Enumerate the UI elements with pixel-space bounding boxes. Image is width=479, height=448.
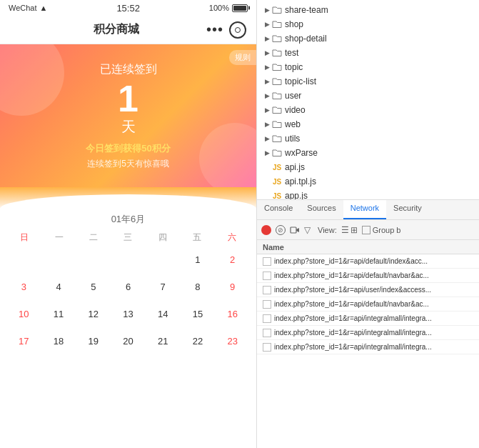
calendar-cell[interactable]: 22 (181, 328, 215, 354)
calendar-cell[interactable] (76, 247, 110, 272)
network-item[interactable]: index.php?store_id=1&r=api/integralmall/… (257, 312, 479, 326)
calendar-cell[interactable]: 13 (111, 301, 145, 327)
folder-icon (271, 48, 283, 58)
network-item-url: index.php?store_id=1&r=api/default/index… (274, 257, 428, 265)
tree-label: shop (285, 19, 303, 29)
tree-label: api.tpl.js (285, 176, 316, 186)
folder-arrow: ▶ (263, 120, 271, 129)
calendar-cell[interactable]: 10 (7, 301, 41, 327)
network-item-checkbox[interactable] (263, 286, 271, 294)
calendar-cell[interactable]: 12 (76, 301, 110, 327)
tree-item-shop[interactable]: ▶ shop (257, 17, 479, 31)
calendar-cell[interactable]: 6 (111, 274, 145, 299)
tree-item-wxParse[interactable]: ▶ wxParse (257, 146, 479, 160)
calendar-cell[interactable]: 4 (42, 274, 76, 299)
nav-target-icon[interactable] (229, 21, 246, 39)
calendar-cell[interactable]: 9 (216, 274, 249, 299)
calendar-cell[interactable]: 23 (216, 328, 249, 354)
weekday-sat: 六 (215, 232, 249, 244)
network-item-checkbox[interactable] (263, 272, 271, 280)
rules-button[interactable]: 规则 (229, 50, 256, 65)
calendar-cell[interactable]: 16 (216, 301, 249, 327)
calendar-cell[interactable]: 21 (146, 328, 180, 354)
nav-target-inner (235, 27, 241, 33)
video-button[interactable] (290, 225, 300, 235)
network-item-checkbox[interactable] (263, 343, 271, 352)
folder-arrow: ▶ (263, 77, 271, 86)
network-item[interactable]: index.php?store_id=1&r=api/default/index… (257, 254, 479, 269)
tree-label: app.js (285, 191, 308, 200)
tree-item-utils[interactable]: ▶ utils (257, 131, 479, 146)
calendar-cell[interactable]: 14 (146, 301, 180, 327)
network-item-checkbox[interactable] (263, 329, 271, 337)
folder-arrow: ▶ (263, 6, 271, 14)
weekday-wed: 三 (111, 232, 145, 244)
filter-icon[interactable]: ▽ (304, 225, 311, 235)
tab-network[interactable]: Network (343, 200, 386, 219)
calendar-month-label: 01年6月 (0, 209, 256, 229)
tab-sources[interactable]: Sources (300, 200, 343, 219)
checkin-title: 已连续签到 (100, 62, 157, 77)
tree-item-user[interactable]: ▶ user (257, 89, 479, 103)
tree-label: utils (285, 134, 300, 144)
network-item-checkbox[interactable] (263, 300, 271, 309)
svg-marker-1 (296, 228, 299, 232)
checkin-streak-desc: 连续签到5天有惊喜哦 (87, 158, 169, 170)
network-list[interactable]: index.php?store_id=1&r=api/default/index… (257, 254, 479, 448)
folder-icon (271, 134, 283, 144)
calendar-grid: 1234567891011121314151617181920212223 (7, 247, 249, 354)
tree-item-app-js[interactable]: ▶JSapp.js (257, 189, 479, 200)
status-battery: 100% (209, 4, 248, 12)
tree-item-api-tpl-js[interactable]: ▶JSapi.tpl.js (257, 174, 479, 189)
network-item[interactable]: index.php?store_id=1&r=api/integralmall/… (257, 326, 479, 340)
tree-item-test[interactable]: ▶ test (257, 46, 479, 60)
nav-dots[interactable]: ••• (206, 21, 223, 38)
calendar-cell[interactable]: 7 (146, 274, 180, 299)
network-item-url: index.php?store_id=1&r=api/integralmall/… (274, 314, 432, 322)
calendar-cell[interactable]: 11 (42, 301, 76, 327)
tree-item-topic-list[interactable]: ▶ topic-list (257, 74, 479, 89)
calendar-cell[interactable]: 2 (216, 247, 249, 272)
tree-item-topic[interactable]: ▶ topic (257, 60, 479, 74)
calendar-cell[interactable] (146, 247, 180, 272)
network-item[interactable]: index.php?store_id=1&r=api/default/navba… (257, 297, 479, 312)
tree-item-video[interactable]: ▶ video (257, 103, 479, 117)
network-item-checkbox[interactable] (263, 314, 271, 323)
folder-arrow: ▶ (263, 49, 271, 57)
network-item-checkbox[interactable] (263, 257, 271, 266)
calendar-cell[interactable] (111, 247, 145, 272)
calendar-cell[interactable]: 1 (181, 247, 215, 272)
folder-arrow: ▶ (263, 149, 271, 157)
calendar-cell[interactable] (7, 247, 41, 272)
clear-button[interactable]: ⊘ (276, 225, 286, 235)
calendar-cell[interactable]: 18 (42, 328, 76, 354)
tree-item-web[interactable]: ▶ web (257, 117, 479, 131)
group-checkbox[interactable] (362, 226, 370, 234)
weekday-tue: 二 (76, 232, 111, 244)
calendar-cell[interactable]: 3 (7, 274, 41, 299)
tree-label: topic (285, 62, 303, 72)
status-bar: WeChat ▲ 15:52 100% (0, 0, 256, 16)
network-item[interactable]: index.php?store_id=1&r=api/integralmall/… (257, 340, 479, 354)
network-item[interactable]: index.php?store_id=1&r=api/user/index&ac… (257, 283, 479, 297)
calendar-cell[interactable]: 15 (181, 301, 215, 327)
network-item[interactable]: index.php?store_id=1&r=api/default/navba… (257, 269, 479, 283)
calendar-cell[interactable]: 17 (7, 328, 41, 354)
tree-label: web (285, 119, 301, 129)
tab-security[interactable]: Security (386, 200, 429, 219)
file-tree[interactable]: ▶ share-team▶ shop▶ shop-detail▶ test▶ t… (257, 0, 479, 200)
tree-item-shop-detail[interactable]: ▶ shop-detail (257, 31, 479, 46)
large-view-icon[interactable]: ⊞ (351, 225, 358, 235)
calendar-cell[interactable]: 20 (111, 328, 145, 354)
calendar-cell[interactable]: 19 (76, 328, 110, 354)
nav-title: 积分商城 (94, 22, 139, 37)
tree-item-share-team[interactable]: ▶ share-team (257, 3, 479, 17)
calendar-cell[interactable]: 5 (76, 274, 110, 299)
calendar-cell[interactable]: 8 (181, 274, 215, 299)
calendar-cell[interactable] (42, 247, 76, 272)
tab-console[interactable]: Console (257, 200, 300, 219)
mobile-simulator: WeChat ▲ 15:52 100% 积分商城 ••• 规则 已连续签到 1 … (0, 0, 257, 448)
record-button[interactable] (261, 225, 271, 235)
tree-item-api-js[interactable]: ▶JSapi.js (257, 160, 479, 174)
list-view-icon[interactable]: ☰ (341, 225, 349, 235)
